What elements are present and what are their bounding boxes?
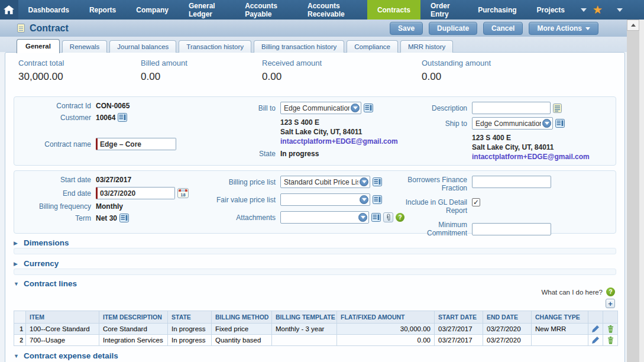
contract-detail-card: Contract total 30,000.00 Billed amount 0… <box>5 52 625 362</box>
favorites-dropdown-button[interactable] <box>611 8 629 12</box>
col-flat-fixed-amount[interactable]: FLAT/FIXED AMOUNT <box>337 311 435 324</box>
attachments-lookup-icon[interactable] <box>371 213 381 222</box>
help-icon[interactable]: ? <box>606 287 615 296</box>
fair-value-price-list-lookup-icon[interactable] <box>373 195 382 204</box>
save-button[interactable]: Save <box>390 22 423 35</box>
nav-item-dashboards[interactable]: Dashboards <box>18 0 79 20</box>
nav-right-controls: ★ <box>593 0 644 20</box>
section-currency-toggle[interactable]: ▶ Currency <box>14 259 616 268</box>
dimensions-section-title: Dimensions <box>24 238 69 247</box>
chevron-down-icon <box>585 27 590 30</box>
cancel-button[interactable]: Cancel <box>483 22 523 35</box>
description-label: Description <box>402 104 467 112</box>
chevron-down-icon[interactable] <box>358 213 367 222</box>
outstanding-amount-value: 0.00 <box>422 71 491 83</box>
currency-section-title: Currency <box>24 259 59 268</box>
end-date-input[interactable] <box>96 187 175 199</box>
vertical-scrollbar[interactable] <box>627 20 639 362</box>
ship-to-label: Ship to <box>402 119 467 128</box>
nav-item-purchasing[interactable]: Purchasing <box>468 0 526 20</box>
bill-to-email-link[interactable]: intacctplatform+EDGE@gmail.com <box>280 137 404 146</box>
tab-compliance[interactable]: Compliance <box>347 40 398 53</box>
ship-to-lookup-icon[interactable] <box>555 119 565 128</box>
more-actions-button[interactable]: More Actions <box>529 22 598 35</box>
borrowers-finance-fraction-input[interactable] <box>472 176 551 188</box>
row-edit-button[interactable] <box>588 335 603 346</box>
tab-transaction-history[interactable]: Transaction history <box>179 40 251 53</box>
trash-icon <box>607 336 614 344</box>
add-contract-line-button[interactable]: + <box>606 299 615 308</box>
what-can-i-do-here-link[interactable]: What can I do here? <box>541 289 603 296</box>
section-contract-lines-toggle[interactable]: ▼ Contract lines <box>14 279 616 288</box>
contract-total-value: 30,000.00 <box>18 71 141 83</box>
col-end-date[interactable]: END DATE <box>483 311 532 324</box>
duplicate-button[interactable]: Duplicate <box>429 22 477 35</box>
add-line-row: + <box>606 299 615 308</box>
billing-frequency-value: Monthly <box>96 202 123 211</box>
nav-item-accounts-receivable[interactable]: Accounts Receivable <box>297 0 367 20</box>
favorites-star-icon[interactable]: ★ <box>593 3 603 17</box>
nav-item-company[interactable]: Company <box>126 0 179 20</box>
row-delete-button[interactable] <box>603 335 618 346</box>
paperclip-icon[interactable] <box>383 212 393 222</box>
chevron-down-icon[interactable] <box>542 119 551 128</box>
term-lookup-icon[interactable] <box>119 214 129 222</box>
attachments-select[interactable] <box>280 211 369 224</box>
nav-item-reports[interactable]: Reports <box>79 0 126 20</box>
home-button[interactable] <box>0 0 18 20</box>
include-gl-detail-checkbox[interactable]: ✓ <box>472 198 480 206</box>
chevron-down-icon[interactable] <box>360 177 368 186</box>
section-dimensions-toggle[interactable]: ▶ Dimensions <box>14 238 616 247</box>
nav-more-modules-button[interactable] <box>575 0 593 20</box>
billing-price-list-select[interactable]: Standard Cubit Price List <box>280 176 370 188</box>
row-delete-button[interactable] <box>603 324 618 335</box>
tab-mrr-history[interactable]: MRR history <box>400 40 453 53</box>
section-contract-expense-toggle[interactable]: ▼ Contract expense details <box>14 351 616 360</box>
description-input[interactable] <box>472 102 551 114</box>
calendar-icon[interactable]: 18 <box>177 188 189 198</box>
pencil-icon <box>591 325 600 333</box>
nav-item-accounts-payable[interactable]: Accounts Payable <box>235 0 297 20</box>
notes-icon[interactable] <box>553 104 562 113</box>
cell-start-date: 03/27/2017 <box>435 335 483 346</box>
tab-billing-transaction-history[interactable]: Billing transaction history <box>254 40 344 53</box>
home-icon <box>4 5 14 15</box>
col-item[interactable]: ITEM <box>26 311 99 324</box>
nav-item-contracts[interactable]: Contracts <box>367 0 420 20</box>
include-gl-detail-label: Include in GL Detail Report <box>402 198 467 215</box>
chevron-down-icon[interactable] <box>360 195 368 204</box>
ship-to-email-link[interactable]: intacctplatform+EDGE@gmail.com <box>472 152 615 161</box>
contract-expense-section-title: Contract expense details <box>24 351 118 360</box>
tab-renewals[interactable]: Renewals <box>62 40 108 53</box>
contract-name-input[interactable] <box>96 138 176 150</box>
scroll-up-button[interactable] <box>627 20 639 31</box>
fair-value-price-list-select[interactable] <box>280 193 370 206</box>
ship-to-select[interactable]: Edge Communications(C <box>472 117 553 130</box>
minimum-commitment-input[interactable] <box>472 223 551 235</box>
col-item-description[interactable]: ITEM DESCRIPTION <box>99 311 168 324</box>
col-billing-template[interactable]: BILLING TEMPLATE <box>272 311 337 324</box>
cell-billing-method: Quantity based <box>212 335 272 346</box>
chevron-down-icon[interactable] <box>351 104 360 112</box>
window-edge-gutter <box>639 20 644 362</box>
billing-price-list-lookup-icon[interactable] <box>373 177 382 186</box>
col-change-type[interactable]: CHANGE TYPE <box>532 311 588 324</box>
col-start-date[interactable]: START DATE <box>435 311 483 324</box>
customer-lookup-icon[interactable] <box>118 113 127 122</box>
cell-state: In progress <box>168 335 212 346</box>
nav-item-general-ledger[interactable]: General Ledger <box>179 0 235 20</box>
bill-to-select[interactable]: Edge Communications(C <box>280 102 361 114</box>
col-state[interactable]: STATE <box>168 311 212 324</box>
col-billing-method[interactable]: BILLING METHOD <box>212 311 272 324</box>
contract-name-label: Contract name <box>19 140 91 148</box>
nav-item-projects[interactable]: Projects <box>527 0 575 20</box>
row-edit-button[interactable] <box>588 324 603 335</box>
more-actions-button-label: More Actions <box>537 24 582 33</box>
nav-item-order-entry[interactable]: Order Entry <box>420 0 468 20</box>
bill-to-address-line1: 123 S 400 E <box>280 118 404 127</box>
tab-general[interactable]: General <box>17 39 60 53</box>
tab-journal-balances[interactable]: Journal balances <box>109 40 176 53</box>
col-delete <box>603 311 618 324</box>
bill-to-lookup-icon[interactable] <box>364 104 373 112</box>
contract-id-label: Contract Id <box>19 102 91 110</box>
